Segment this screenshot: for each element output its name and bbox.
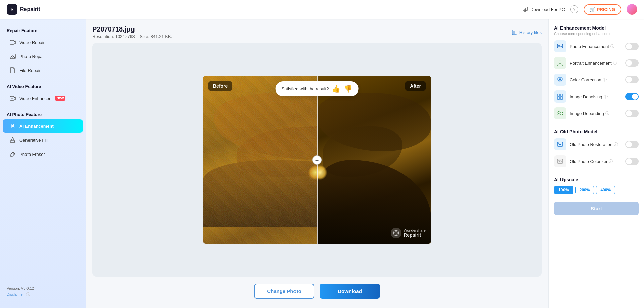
photo-repair-label: Photo Repair xyxy=(19,54,45,59)
svg-point-26 xyxy=(558,143,559,144)
file-name: P2070718.jpg xyxy=(92,25,172,33)
file-meta: Resolution: 1024×768 Size: 841.21 KB. xyxy=(92,34,172,39)
ai-upscale-title: AI Upscale xyxy=(554,177,639,182)
watermark-text-block: Wondershare Repairit xyxy=(404,228,426,238)
portrait-enhancement-icon xyxy=(554,57,566,69)
panel-divider-1 xyxy=(554,124,639,124)
feature-portrait-enhancement: Portrait Enhancement ⓘ xyxy=(554,57,639,69)
video-repair-icon xyxy=(9,39,16,46)
sidebar-item-photo-repair[interactable]: Photo Repair xyxy=(3,50,83,63)
disclaimer-link[interactable]: Disclaimer xyxy=(7,292,24,296)
ai-enhancement-subtitle: Choose corresponding enhancement xyxy=(554,32,639,36)
portrait-enhancement-label: Portrait Enhancement ⓘ xyxy=(570,60,622,66)
image-debanding-label: Image Debanding ⓘ xyxy=(570,111,622,116)
sidebar-footer: Version: V3.0.12 Disclaimer ⓘ xyxy=(0,282,86,301)
header-left: R Repairit xyxy=(7,4,40,15)
watermark-sub: Wondershare xyxy=(404,228,426,232)
comparison-handle[interactable]: ◂▸ xyxy=(312,155,322,165)
pricing-button[interactable]: 🛒 PRICING xyxy=(584,4,621,15)
change-photo-button[interactable]: Change Photo xyxy=(254,284,314,299)
generative-fill-icon xyxy=(9,137,16,143)
photo-enhancement-toggle[interactable] xyxy=(625,43,639,50)
cart-icon: 🛒 xyxy=(590,7,595,12)
old-photo-restoration-toggle[interactable] xyxy=(625,141,639,148)
file-info-bar: P2070718.jpg Resolution: 1024×768 Size: … xyxy=(92,25,542,39)
after-label: After xyxy=(405,81,426,91)
right-panel: AI Enhancement Model Choose correspondin… xyxy=(548,19,644,308)
help-icon[interactable]: ? xyxy=(570,5,578,13)
feature-photo-enhancement: Photo Enhancement ⓘ xyxy=(554,40,639,52)
old-photo-restoration-icon xyxy=(554,138,566,150)
file-info-left: P2070718.jpg Resolution: 1024×768 Size: … xyxy=(92,25,172,39)
photo-eraser-label: Photo Eraser xyxy=(19,152,45,157)
color-correction-label: Color Correction ⓘ xyxy=(570,77,622,83)
color-correction-toggle[interactable] xyxy=(625,76,639,83)
ai-photo-title: AI Photo Feature xyxy=(0,109,86,119)
portrait-enhancement-toggle[interactable] xyxy=(625,59,639,67)
thumbs-up-button[interactable]: 👍 xyxy=(332,85,340,93)
history-files-button[interactable]: History files xyxy=(512,29,542,35)
download-pc-button[interactable]: Download For PC xyxy=(522,6,565,12)
ai-enhancement-label: AI Enhancement xyxy=(19,124,54,129)
upscale-100-button[interactable]: 100% xyxy=(554,186,573,194)
after-image xyxy=(317,76,431,244)
portrait-enhancement-info[interactable]: ⓘ xyxy=(613,60,617,66)
upscale-200-button[interactable]: 200% xyxy=(575,186,594,194)
watermark: Wondershare Repairit xyxy=(391,228,426,238)
image-denoising-info[interactable]: ⓘ xyxy=(604,94,608,100)
upscale-400-button[interactable]: 400% xyxy=(596,186,615,194)
svg-rect-9 xyxy=(10,96,14,100)
old-photo-colorizer-label: Old Photo Colorizer ⓘ xyxy=(570,159,622,164)
feature-old-photo-restoration: Old Photo Restoration ⓘ xyxy=(554,138,639,150)
photo-enhancement-info[interactable]: ⓘ xyxy=(610,44,614,49)
download-button[interactable]: Download xyxy=(320,284,380,299)
ai-old-photo-title: AI Old Photo Model xyxy=(554,129,639,134)
sidebar-item-file-repair[interactable]: File Repair xyxy=(3,64,83,77)
monitor-icon xyxy=(522,6,528,12)
image-debanding-icon xyxy=(554,107,566,119)
watermark-logo xyxy=(391,228,401,238)
satisfaction-popup: Satisfied with the result? 👍 👎 xyxy=(276,81,359,96)
handle-arrows: ◂▸ xyxy=(315,158,319,162)
image-denoising-toggle[interactable] xyxy=(625,93,639,100)
image-debanding-info[interactable]: ⓘ xyxy=(605,111,609,116)
image-comparison-area: ◂▸ Before After Satisfied with the resul… xyxy=(92,43,542,277)
ai-enhancement-title: AI Enhancement Model xyxy=(554,25,639,31)
file-repair-label: File Repair xyxy=(19,68,41,73)
thumbs-down-button[interactable]: 👎 xyxy=(344,85,352,93)
sidebar-item-video-enhancer[interactable]: Video Enhancer NEW xyxy=(3,91,83,105)
sidebar-item-generative-fill[interactable]: Generative Fill xyxy=(3,133,83,147)
image-denoising-icon xyxy=(554,90,566,103)
svg-rect-21 xyxy=(557,94,560,96)
file-repair-icon xyxy=(9,67,16,74)
color-correction-info[interactable]: ⓘ xyxy=(603,77,607,83)
sidebar-item-ai-enhancement[interactable]: AI Enhancement xyxy=(3,119,83,133)
video-enhancer-label: Video Enhancer xyxy=(19,96,50,101)
svg-rect-15 xyxy=(557,44,563,48)
old-photo-colorizer-info[interactable]: ⓘ xyxy=(609,159,613,164)
content-area: P2070718.jpg Resolution: 1024×768 Size: … xyxy=(86,19,548,308)
feature-image-denoising: Image Denoising ⓘ xyxy=(554,90,639,103)
svg-rect-24 xyxy=(560,97,563,99)
old-photo-restoration-label: Old Photo Restoration ⓘ xyxy=(570,142,622,147)
image-debanding-toggle[interactable] xyxy=(625,110,639,117)
svg-point-17 xyxy=(559,61,561,63)
start-button[interactable]: Start xyxy=(554,202,639,215)
old-photo-restoration-info[interactable]: ⓘ xyxy=(614,142,618,147)
ai-upscale-section: AI Upscale 100% 200% 400% xyxy=(554,177,639,194)
header: R Repairit Download For PC ? 🛒 PRICING xyxy=(0,0,644,19)
sidebar-item-photo-eraser[interactable]: Photo Eraser xyxy=(3,147,83,161)
svg-point-14 xyxy=(393,230,399,236)
comparison-container[interactable]: ◂▸ Before After Satisfied with the resul… xyxy=(203,76,431,244)
photo-repair-icon xyxy=(9,53,16,60)
feature-color-correction: Color Correction ⓘ xyxy=(554,74,639,86)
old-photo-colorizer-toggle[interactable] xyxy=(625,158,639,165)
main-layout: Repair Feature Video Repair Photo Repair… xyxy=(0,19,644,308)
history-icon xyxy=(512,29,517,35)
old-photo-colorizer-icon xyxy=(554,155,566,167)
video-enhancer-icon xyxy=(9,95,16,102)
sidebar-item-video-repair[interactable]: Video Repair xyxy=(3,36,83,49)
avatar[interactable] xyxy=(627,4,637,15)
generative-fill-label: Generative Fill xyxy=(19,138,48,143)
sidebar: Repair Feature Video Repair Photo Repair… xyxy=(0,19,86,308)
